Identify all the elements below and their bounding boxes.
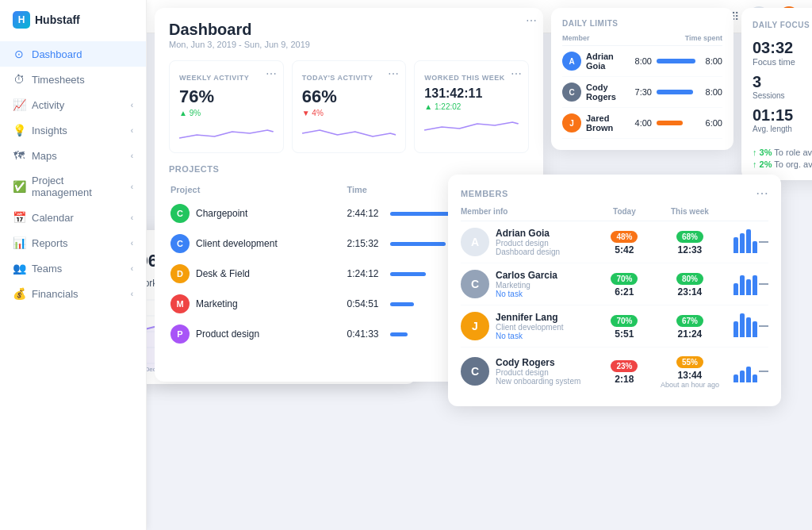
- project-time: 2:44:12: [347, 208, 385, 219]
- member-dept: Client development: [496, 323, 564, 332]
- projects-title: PROJECTS: [169, 164, 219, 174]
- teams-icon: 👥: [13, 262, 25, 275]
- week-badge: 67%: [676, 315, 703, 327]
- sidebar-label-activity: Activity: [32, 99, 64, 111]
- sidebar-item-activity[interactable]: 📈 Activity ‹: [0, 92, 146, 117]
- member-chart: [722, 360, 768, 382]
- sidebar-label-calendar: Calendar: [32, 212, 74, 224]
- sidebar-item-calendar[interactable]: 📅 Calendar ‹: [0, 205, 146, 230]
- member-week: 80% 23:14: [657, 271, 723, 298]
- bar-item: [740, 371, 745, 382]
- project-name: Marketing: [196, 298, 238, 309]
- avatar-initial: J: [461, 312, 489, 340]
- dl-limit: 8:00: [700, 87, 722, 97]
- daily-focus-panel: DAILY FOCUS ⓘ 03:32 Focus time 3 Session…: [741, 8, 812, 180]
- dl-row: C Cody Rogers 7:30 8:00: [562, 77, 722, 108]
- dl-avatar: J: [562, 113, 581, 132]
- bar-item: [746, 317, 751, 337]
- dl-limit: 8:00: [700, 56, 722, 66]
- sidebar-label-timesheets: Timesheets: [32, 74, 85, 86]
- time-bar: [390, 272, 426, 276]
- member-dept: Product design: [496, 239, 560, 248]
- col-member-info: Member info: [461, 207, 592, 216]
- sidebar-item-timesheets[interactable]: ⏱ Timesheets: [0, 67, 146, 92]
- today-badge: 70%: [611, 315, 638, 327]
- chevron-icon: ‹: [131, 264, 133, 273]
- sidebar-label-dashboard: Dashboard: [32, 48, 82, 60]
- weekly-activity-chart: [179, 122, 274, 144]
- time-bar: [390, 332, 408, 336]
- dl-row: J Jared Brown 4:00 6:00: [562, 108, 722, 139]
- weekly-activity-menu[interactable]: ⋯: [266, 67, 277, 80]
- todays-activity-menu[interactable]: ⋯: [388, 67, 399, 80]
- member-bar-chart: [733, 360, 768, 382]
- sidebar-item-insights[interactable]: 💡 Insights ‹: [0, 117, 146, 143]
- worked-this-week-box: WORKED THIS WEEK ⋯ 131:42:11 ▲ 1:22:02: [414, 60, 529, 153]
- sidebar-item-maps[interactable]: 🗺 Maps ‹: [0, 143, 146, 168]
- col-week: This week: [657, 207, 723, 216]
- week-badge: 80%: [676, 273, 703, 285]
- member-today: 23% 2:18: [592, 358, 657, 385]
- bar-item: [740, 233, 745, 253]
- org-avg-row: ↑ 2% To org. avg.: [753, 159, 812, 169]
- sidebar-item-dashboard[interactable]: ⊙ Dashboard: [0, 41, 146, 67]
- time-bar: [390, 302, 414, 306]
- project-name: Chargepoint: [196, 208, 247, 219]
- projects-menu[interactable]: ⋯: [526, 14, 537, 27]
- project-dot: P: [170, 325, 190, 344]
- dl-bar: [657, 121, 683, 125]
- worked-chart: [424, 116, 519, 138]
- project-dot: C: [170, 204, 190, 223]
- member-info: J Jennifer Lang Client development No ta…: [461, 312, 592, 340]
- project-name: Product design: [196, 328, 259, 340]
- avatar-initial: C: [461, 270, 489, 298]
- member-details: Adrian Goia Product design Dashboard des…: [496, 228, 560, 256]
- member-week: 68% 12:33: [657, 229, 723, 255]
- df-stats: 03:32 Focus time 3 Sessions 01:15 Avg. l…: [753, 39, 812, 140]
- sidebar-label-pm: Project management: [32, 175, 124, 198]
- dl-header: DAILY LIMITS: [562, 19, 722, 28]
- sidebar-item-reports[interactable]: 📊 Reports ‹: [0, 230, 146, 255]
- member-today: 70% 5:51: [592, 313, 657, 340]
- dl-col-time: Time spent: [685, 34, 722, 42]
- member-details: Jennifer Lang Client development No task: [496, 312, 564, 340]
- sidebar-item-financials[interactable]: 💰 Financials ‹: [0, 281, 146, 306]
- member-dept: Marketing: [496, 281, 557, 290]
- projects-header: PROJECTS ⋯: [169, 164, 529, 174]
- worked-label: WORKED THIS WEEK: [424, 74, 505, 82]
- insights-icon: 💡: [13, 124, 25, 136]
- role-avg-label: To role avg.: [774, 148, 812, 157]
- bar-item: [733, 374, 738, 382]
- bar-item: [733, 321, 738, 337]
- sessions-row: 3 Sessions: [753, 73, 812, 100]
- bar-item: [733, 237, 738, 253]
- member-row: J Jennifer Lang Client development No ta…: [461, 305, 768, 348]
- sidebar-label-maps: Maps: [32, 150, 57, 162]
- logo-icon: H: [13, 11, 30, 29]
- avg-length-label: Avg. length: [753, 125, 812, 133]
- bar-dash: [759, 283, 768, 285]
- today-time: 6:21: [592, 286, 657, 298]
- worked-menu[interactable]: ⋯: [511, 67, 522, 80]
- member-today: 70% 6:21: [592, 271, 657, 298]
- bar-item: [753, 275, 757, 295]
- member-avatar: C: [461, 357, 489, 386]
- sidebar-label-reports: Reports: [32, 237, 68, 249]
- member-chart: [722, 273, 768, 295]
- bar-dash: [759, 371, 768, 372]
- today-badge: 23%: [611, 360, 638, 372]
- week-time: 12:33: [657, 244, 723, 255]
- member-row: C Carlos Garcia Marketing No task 70% 6:…: [461, 263, 768, 305]
- chevron-icon: ‹: [131, 152, 133, 160]
- member-today: 48% 5:42: [592, 229, 657, 255]
- dl-member-name: Cody Rogers: [586, 83, 625, 102]
- sidebar-item-teams[interactable]: 👥 Teams ‹: [0, 255, 146, 281]
- dl-member-name: Adrian Goia: [586, 52, 625, 71]
- bar-item: [746, 279, 751, 295]
- dl-rows: A Adrian Goia 8:00 8:00 C Cody Rogers 7:…: [562, 46, 722, 139]
- members-menu[interactable]: ⋯: [756, 186, 768, 201]
- sidebar-item-project-management[interactable]: ✅ Project management ‹: [0, 168, 146, 205]
- panel-date: Mon, Jun 3, 2019 - Sun, Jun 9, 2019: [169, 40, 529, 49]
- today-time: 5:42: [592, 244, 657, 255]
- chevron-icon: ‹: [131, 239, 133, 248]
